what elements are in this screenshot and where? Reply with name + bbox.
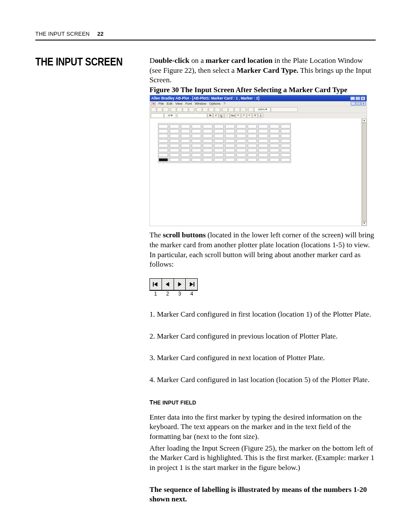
prev-card-button[interactable] — [162, 279, 174, 290]
child-minimize-button[interactable]: _ — [351, 102, 355, 106]
scrollbar-thumb[interactable] — [362, 123, 367, 221]
marker-cell[interactable] — [181, 158, 190, 162]
menu-view[interactable]: View — [175, 102, 182, 106]
marker-cell[interactable] — [258, 158, 268, 162]
marker-cell[interactable] — [170, 129, 179, 133]
marker-cell[interactable] — [192, 124, 201, 128]
menu-window[interactable]: Window — [195, 102, 206, 106]
marker-cell[interactable] — [203, 139, 212, 143]
format-dropdown[interactable] — [151, 113, 164, 118]
toolbar-icon[interactable] — [189, 107, 194, 112]
marker-cell[interactable] — [248, 149, 257, 152]
marker-cell[interactable] — [237, 134, 246, 137]
align-center-button[interactable]: ≡ — [241, 113, 246, 118]
marker-cell[interactable] — [181, 153, 190, 157]
underline-button[interactable]: U — [219, 113, 224, 118]
marker-cell[interactable] — [270, 134, 279, 137]
zoom-dropdown[interactable]: 100% ▾ — [254, 107, 271, 112]
marker-cell[interactable] — [225, 129, 235, 133]
toolbar-icon[interactable] — [163, 107, 168, 112]
marker-cell[interactable] — [214, 134, 224, 137]
marker-cell[interactable] — [181, 134, 190, 137]
marker-cell[interactable] — [270, 153, 279, 157]
marker-cell[interactable] — [258, 134, 268, 137]
last-card-button[interactable] — [186, 279, 197, 290]
marker-cell[interactable] — [192, 158, 201, 162]
marker-cell[interactable] — [214, 144, 224, 147]
toolbar-icon[interactable] — [209, 107, 214, 112]
marker-cell[interactable] — [237, 129, 246, 133]
menu-font[interactable]: Font — [185, 102, 192, 106]
marker-cell[interactable] — [214, 149, 224, 152]
toolbar-icon[interactable] — [177, 107, 182, 112]
child-close-button[interactable]: × — [361, 102, 366, 106]
marker-cell[interactable] — [281, 134, 290, 137]
marker-cell[interactable] — [203, 153, 212, 157]
toolbar-icon[interactable] — [157, 107, 162, 112]
format-button[interactable]: T — [252, 113, 258, 118]
marker-cell[interactable] — [258, 124, 268, 128]
marker-cell[interactable] — [248, 134, 257, 137]
format-button[interactable]: ↕ — [224, 113, 230, 118]
marker-cell[interactable] — [170, 124, 179, 128]
marker-cell[interactable] — [270, 149, 279, 152]
toolbar-field[interactable] — [271, 107, 298, 112]
marker-cell[interactable] — [203, 124, 212, 128]
marker-cell[interactable] — [159, 158, 168, 162]
marker-cell[interactable] — [225, 124, 235, 128]
marker-cell[interactable] — [203, 129, 212, 133]
scroll-up-arrow-icon[interactable]: ▲ — [362, 118, 367, 123]
marker-cell[interactable] — [203, 158, 212, 162]
toolbar-icon[interactable] — [171, 107, 176, 112]
fontsize-dropdown[interactable]: 10 ▾ — [164, 113, 176, 118]
marker-cell[interactable] — [192, 139, 201, 143]
marker-cell[interactable] — [203, 144, 212, 147]
marker-cell[interactable] — [192, 134, 201, 137]
marker-cell[interactable] — [159, 139, 168, 143]
marker-cell[interactable] — [203, 134, 212, 137]
marker-cell[interactable] — [181, 144, 190, 147]
marker-cell[interactable] — [181, 124, 190, 128]
marker-cell[interactable] — [159, 149, 168, 152]
toolbar-icon[interactable] — [234, 107, 240, 112]
marker-cell[interactable] — [181, 139, 190, 143]
minimize-button[interactable]: _ — [350, 96, 355, 100]
marker-cell[interactable] — [181, 149, 190, 152]
marker-cell[interactable] — [159, 153, 168, 157]
marker-cell[interactable] — [170, 144, 179, 147]
vertical-scrollbar[interactable]: ▲ ▼ — [361, 118, 367, 226]
marker-cell[interactable] — [237, 139, 246, 143]
child-maximize-button[interactable]: □ — [356, 102, 361, 106]
toolbar-icon[interactable] — [228, 107, 234, 112]
text-input-field[interactable] — [177, 113, 207, 118]
marker-cell[interactable] — [270, 144, 279, 147]
close-button[interactable]: × — [361, 96, 365, 100]
toolbar-icon[interactable] — [240, 107, 246, 112]
menu-help[interactable]: ? — [224, 102, 225, 106]
marker-cell[interactable] — [170, 134, 179, 137]
marker-cell[interactable] — [248, 124, 257, 128]
marker-cell[interactable] — [237, 144, 246, 147]
menu-edit[interactable]: Edit — [167, 102, 172, 106]
scroll-down-arrow-icon[interactable]: ▼ — [362, 221, 367, 226]
first-card-button[interactable] — [150, 279, 162, 290]
marker-cell[interactable] — [192, 144, 201, 147]
marker-cell[interactable] — [214, 139, 224, 143]
marker-cell[interactable] — [258, 153, 268, 157]
format-button[interactable]: Aa — [230, 113, 235, 118]
bold-button[interactable]: B — [208, 113, 213, 118]
marker-cell[interactable] — [237, 149, 246, 152]
editor-canvas[interactable] — [150, 118, 361, 226]
marker-cell[interactable] — [192, 149, 201, 152]
toolbar-icon[interactable] — [248, 107, 254, 112]
marker-cell[interactable] — [270, 158, 279, 162]
format-button[interactable]: ⊥ — [258, 113, 263, 118]
marker-cell[interactable] — [258, 149, 268, 152]
marker-cell[interactable] — [281, 124, 290, 128]
marker-cell[interactable] — [170, 153, 179, 157]
marker-cell[interactable] — [225, 158, 235, 162]
marker-cell[interactable] — [192, 129, 201, 133]
marker-cell[interactable] — [159, 124, 168, 128]
marker-cell[interactable] — [237, 124, 246, 128]
marker-cell[interactable] — [170, 149, 179, 152]
